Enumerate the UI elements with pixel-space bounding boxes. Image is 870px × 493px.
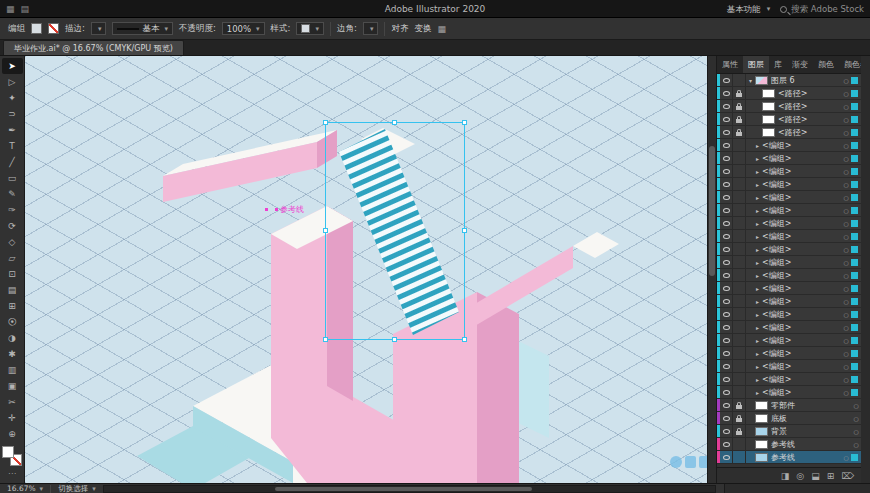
lock-toggle[interactable] (733, 139, 746, 151)
visibility-toggle[interactable] (720, 256, 733, 268)
visibility-toggle[interactable] (720, 412, 733, 424)
fill-color-well[interactable] (2, 446, 14, 458)
layer-row[interactable]: ▸<编组>○ (717, 152, 861, 165)
visibility-toggle[interactable] (720, 165, 733, 177)
tab-gradient[interactable]: 渐变 (787, 56, 813, 73)
artboard-tool[interactable]: ▣ (2, 378, 23, 394)
target-circle[interactable]: ○ (841, 324, 851, 331)
transform-button[interactable]: 变换 (414, 23, 431, 35)
layer-row[interactable]: ▸<编组>○ (717, 386, 861, 399)
lock-toggle[interactable] (733, 217, 746, 229)
eyedropper-tool[interactable]: ⦿ (2, 314, 23, 330)
target-circle[interactable]: ○ (841, 181, 851, 188)
layer-row[interactable]: <路径>○ (717, 126, 861, 139)
pen-tool[interactable]: ✒ (2, 122, 23, 138)
corner-dropdown[interactable] (363, 22, 379, 35)
expand-chevron-icon[interactable]: ▸ (753, 337, 762, 344)
visibility-toggle[interactable] (720, 204, 733, 216)
target-circle[interactable]: ○ (841, 376, 851, 383)
visibility-toggle[interactable] (720, 100, 733, 112)
tab-libraries[interactable]: 库 (769, 56, 787, 73)
symbol-sprayer-tool[interactable]: ✱ (2, 346, 23, 362)
stroke-swatch[interactable] (48, 23, 59, 34)
lock-toggle[interactable] (733, 87, 746, 99)
layer-row[interactable]: ▸<编组>○ (717, 295, 861, 308)
zoom-tool[interactable]: ⊕ (2, 426, 23, 442)
visibility-toggle[interactable] (720, 282, 733, 294)
visibility-toggle[interactable] (720, 243, 733, 255)
layer-row[interactable]: ▸<编组>○ (717, 373, 861, 386)
visibility-toggle[interactable] (720, 191, 733, 203)
target-circle[interactable]: ○ (851, 415, 861, 422)
visibility-toggle[interactable] (720, 74, 733, 86)
selection-handle[interactable] (323, 337, 328, 342)
lock-toggle[interactable] (733, 321, 746, 333)
lock-toggle[interactable] (733, 113, 746, 125)
target-circle[interactable]: ○ (841, 116, 851, 123)
lock-toggle[interactable] (733, 126, 746, 138)
target-circle[interactable]: ○ (841, 298, 851, 305)
target-circle[interactable]: ○ (841, 90, 851, 97)
visibility-toggle[interactable] (720, 321, 733, 333)
locate-object-icon[interactable]: ◎ (796, 471, 804, 481)
options-icon[interactable]: ▦ (437, 24, 446, 34)
tab-layers[interactable]: 图层 (743, 56, 769, 73)
lock-toggle[interactable] (733, 334, 746, 346)
tab-color-guide[interactable]: 颜色参 (839, 56, 861, 73)
expand-chevron-icon[interactable]: ▸ (753, 207, 762, 214)
target-circle[interactable]: ○ (841, 233, 851, 240)
tab-properties[interactable]: 属性 (717, 56, 743, 73)
expand-chevron-icon[interactable]: ▸ (753, 350, 762, 357)
make-clip-mask-icon[interactable]: ◨ (781, 471, 790, 481)
visibility-toggle[interactable] (720, 295, 733, 307)
layer-row[interactable]: ▸<编组>○ (717, 178, 861, 191)
lock-toggle[interactable] (733, 425, 746, 437)
expand-chevron-icon[interactable]: ▸ (753, 194, 762, 201)
target-circle[interactable]: ○ (851, 441, 861, 448)
lock-toggle[interactable] (733, 360, 746, 372)
visibility-toggle[interactable] (720, 334, 733, 346)
layer-row[interactable]: ▸<编组>○ (717, 230, 861, 243)
layer-row[interactable]: <路径>○ (717, 113, 861, 126)
expand-chevron-icon[interactable]: ▸ (753, 363, 762, 370)
selection-handle[interactable] (323, 228, 328, 233)
visibility-toggle[interactable] (720, 178, 733, 190)
lock-toggle[interactable] (733, 100, 746, 112)
scale-tool[interactable]: ◇ (2, 234, 23, 250)
target-circle[interactable]: ○ (841, 337, 851, 344)
target-circle[interactable]: ○ (841, 454, 851, 461)
document-tab[interactable]: 毕业作业.ai* @ 16.67% (CMYK/GPU 预览) (3, 40, 184, 55)
layer-row[interactable]: ▸<编组>○ (717, 139, 861, 152)
pencil-tool[interactable]: ✑ (2, 202, 23, 218)
visibility-toggle[interactable] (720, 438, 733, 450)
paintbrush-tool[interactable]: ✎ (2, 186, 23, 202)
target-circle[interactable]: ○ (841, 285, 851, 292)
style-dropdown[interactable] (296, 22, 324, 35)
expand-chevron-icon[interactable]: ▸ (753, 181, 762, 188)
lock-toggle[interactable] (733, 373, 746, 385)
opacity-dropdown[interactable]: 100% (222, 22, 265, 35)
layer-row[interactable]: ▾图层 6○ (717, 74, 861, 87)
expand-chevron-icon[interactable]: ▸ (753, 259, 762, 266)
selection-handle[interactable] (462, 120, 467, 125)
visibility-toggle[interactable] (720, 347, 733, 359)
target-circle[interactable]: ○ (841, 363, 851, 370)
layer-row[interactable]: 背景○ (717, 425, 861, 438)
target-circle[interactable]: ○ (841, 311, 851, 318)
lock-toggle[interactable] (733, 269, 746, 281)
lock-toggle[interactable] (733, 256, 746, 268)
layer-row[interactable]: ▸<编组>○ (717, 269, 861, 282)
selection-bounding-box[interactable] (325, 122, 465, 340)
new-layer-icon[interactable]: ⊞ (827, 471, 835, 481)
fill-stroke-indicator[interactable] (2, 446, 22, 466)
layer-row[interactable]: <路径>○ (717, 100, 861, 113)
lock-toggle[interactable] (733, 295, 746, 307)
workspace-switcher[interactable]: 基本功能 (727, 0, 771, 18)
visibility-toggle[interactable] (720, 399, 733, 411)
toolbar-more-icon[interactable]: ⋯ (8, 469, 16, 478)
expand-chevron-icon[interactable]: ▸ (753, 376, 762, 383)
layer-row[interactable]: ▸<编组>○ (717, 217, 861, 230)
visibility-toggle[interactable] (720, 451, 733, 463)
slice-tool[interactable]: ✂ (2, 394, 23, 410)
layer-row[interactable]: ▸<编组>○ (717, 308, 861, 321)
